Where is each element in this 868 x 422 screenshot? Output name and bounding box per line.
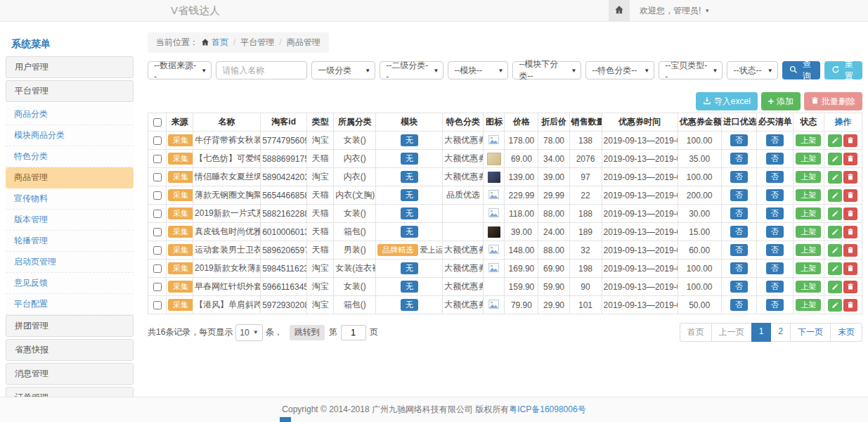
sidebar-item-平台配置[interactable]: 平台配置 [6,294,134,315]
edit-button[interactable] [828,171,842,184]
icp-link[interactable]: 粤ICP备16098006号 [509,404,585,414]
module-badge[interactable]: 无 [401,281,418,293]
must-buy-toggle[interactable]: 否 [766,153,784,165]
row-checkbox[interactable] [153,191,162,200]
delete-button[interactable] [843,281,857,293]
status-badge[interactable]: 上架 [796,281,821,293]
sidebar-item-意见反馈[interactable]: 意见反馈 [6,273,134,294]
status-badge[interactable]: 上架 [796,189,821,201]
must-buy-toggle[interactable]: 否 [766,281,784,293]
import-select-toggle[interactable]: 否 [730,207,748,219]
filter-select-6[interactable]: --宝贝类型--▼ [659,61,723,79]
page-button-1[interactable]: 1 [751,323,772,342]
page-button-首页[interactable]: 首页 [680,323,712,342]
filter-select-0[interactable]: --数据来源--▼ [148,61,212,79]
delete-button[interactable] [843,171,857,184]
row-checkbox[interactable] [153,155,162,163]
page-button-末页[interactable]: 末页 [830,323,862,342]
module-badge[interactable]: 无 [401,153,418,165]
import-select-toggle[interactable]: 否 [730,226,748,238]
edit-button[interactable] [828,262,842,275]
delete-button[interactable] [843,134,857,147]
filter-select-4[interactable]: --模块下分类--▼ [512,61,581,79]
select-all-checkbox[interactable] [153,118,162,127]
sidebar-item-消息管理[interactable]: 消息管理 [6,363,134,385]
must-buy-toggle[interactable]: 否 [766,262,784,274]
import-select-toggle[interactable]: 否 [730,189,748,201]
filter-select-2[interactable]: --二级分类--▼ [380,61,443,79]
edit-button[interactable] [828,207,842,220]
sidebar-item-特色分类[interactable]: 特色分类 [6,146,134,167]
filter-select-7[interactable]: --状态--▼ [727,61,777,79]
edit-button[interactable] [828,281,842,293]
edit-button[interactable] [828,189,842,202]
jump-page-input[interactable] [341,325,366,340]
page-button-2[interactable]: 2 [770,323,791,342]
import-select-toggle[interactable]: 否 [730,281,748,293]
row-checkbox[interactable] [153,228,162,236]
must-buy-toggle[interactable]: 否 [766,299,784,311]
status-badge[interactable]: 上架 [796,153,821,165]
edit-button[interactable] [828,134,842,147]
status-badge[interactable]: 上架 [796,171,821,183]
module-badge[interactable]: 无 [401,299,418,311]
sidebar-item-平台管理[interactable]: 平台管理 [6,80,134,102]
edit-button[interactable] [828,244,842,257]
delete-button[interactable] [843,262,857,275]
row-checkbox[interactable] [153,173,162,181]
sidebar-item-订单管理[interactable]: 订单管理 [6,387,134,397]
sidebar-item-模块商品分类[interactable]: 模块商品分类 [6,125,134,146]
status-badge[interactable]: 上架 [796,262,821,274]
page-button-下一页[interactable]: 下一页 [790,323,831,342]
filter-select-1[interactable]: 一级分类▼ [311,61,375,79]
add-button[interactable]: + 添加 [761,92,801,110]
status-badge[interactable]: 上架 [796,207,821,219]
sidebar-item-拼团管理[interactable]: 拼团管理 [6,315,134,337]
must-buy-toggle[interactable]: 否 [766,244,784,256]
module-badge[interactable]: 无 [401,189,418,201]
must-buy-toggle[interactable]: 否 [766,134,784,146]
edit-button[interactable] [828,153,842,165]
import-select-toggle[interactable]: 否 [730,134,748,146]
delete-button[interactable] [843,226,857,238]
sidebar-item-宣传物料[interactable]: 宣传物料 [6,188,134,210]
reset-button[interactable]: 重置 [824,61,862,79]
status-badge[interactable]: 上架 [796,244,821,256]
home-button[interactable] [609,0,630,21]
status-badge[interactable]: 上架 [796,226,821,238]
sidebar-item-轮播管理[interactable]: 轮播管理 [6,231,134,252]
user-menu[interactable]: 欢迎您，管理员! ▼ [640,5,710,17]
bulk-delete-button[interactable]: 批量删除 [804,92,862,110]
must-buy-toggle[interactable]: 否 [766,189,784,201]
search-button[interactable]: 查询 [782,61,820,79]
status-badge[interactable]: 上架 [796,134,821,146]
sidebar-item-商品管理[interactable]: 商品管理 [6,167,134,188]
delete-button[interactable] [843,153,857,165]
module-badge[interactable]: 无 [401,262,418,274]
must-buy-toggle[interactable]: 否 [766,226,784,238]
module-badge[interactable]: 无 [401,226,418,238]
import-excel-button[interactable]: 导入excel [696,92,758,110]
sidebar-item-启动页管理[interactable]: 启动页管理 [6,252,134,273]
must-buy-toggle[interactable]: 否 [766,207,784,219]
sidebar-item-版本管理[interactable]: 版本管理 [6,210,134,231]
jump-button[interactable]: 跳转到 [290,325,325,340]
import-select-toggle[interactable]: 否 [730,262,748,274]
filter-select-5[interactable]: --特色分类--▼ [585,61,654,79]
import-select-toggle[interactable]: 否 [730,244,748,256]
module-badge[interactable]: 无 [401,134,418,146]
module-badge[interactable]: 品牌精选 [377,244,418,256]
row-checkbox[interactable] [153,301,162,309]
import-select-toggle[interactable]: 否 [730,153,748,165]
row-checkbox[interactable] [153,136,162,145]
must-buy-toggle[interactable]: 否 [766,171,784,183]
per-page-select[interactable]: 10 ▼ [235,324,262,341]
breadcrumb-home-link[interactable]: 首页 [212,37,228,47]
module-badge[interactable]: 无 [401,171,418,183]
module-badge[interactable]: 无 [401,207,418,219]
import-select-toggle[interactable]: 否 [730,299,748,311]
row-checkbox[interactable] [153,264,162,273]
filter-select-3[interactable]: --模块--▼ [448,61,508,79]
sidebar-item-商品分类[interactable]: 商品分类 [6,104,134,125]
row-checkbox[interactable] [153,283,162,291]
